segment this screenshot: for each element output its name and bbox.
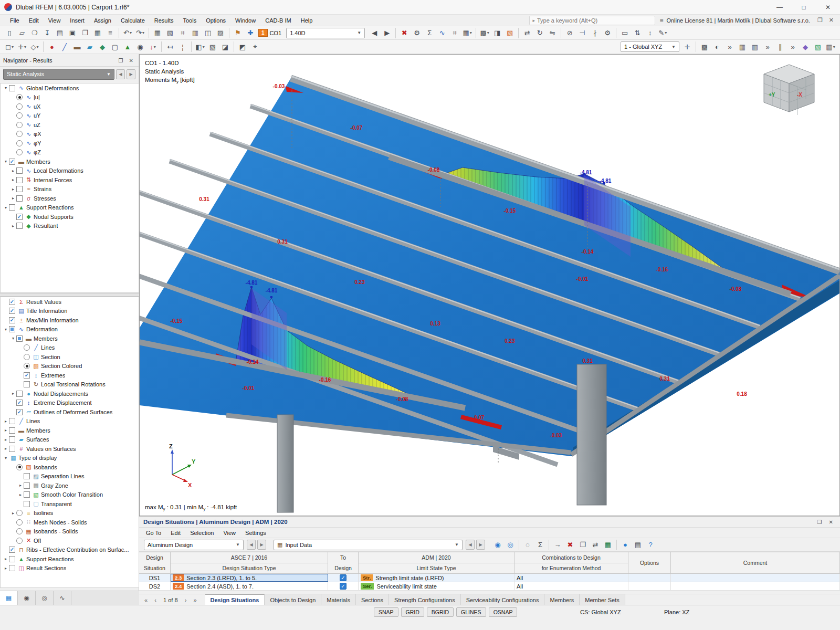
dimension-icon[interactable]: ↤ [164, 41, 176, 52]
help-icon[interactable]: ? [645, 539, 656, 551]
new-model-icon[interactable]: ▯ [4, 27, 15, 39]
menu-close-icon[interactable]: ✕ [826, 17, 837, 24]
margins-icon[interactable]: ∥ [774, 41, 786, 52]
grid-settings-icon[interactable]: ▦▾ [825, 41, 836, 52]
load-case-icon[interactable]: ⚑ [232, 27, 244, 39]
new-solid-icon[interactable]: ◆ [97, 41, 108, 52]
view-isometric-icon[interactable]: ◩ [237, 41, 248, 52]
tree-item-uz[interactable]: ∿uZ [1, 120, 139, 130]
menu-cad-b-im[interactable]: CAD-B IM [260, 16, 296, 25]
checkbox[interactable] [16, 223, 23, 229]
expander-icon[interactable]: ▾ [3, 159, 9, 164]
table-export-icon[interactable]: ▥ [190, 27, 201, 39]
checkbox[interactable] [24, 501, 30, 507]
menu-edit[interactable]: Edit [24, 16, 44, 25]
design-situation-type-cell[interactable]: 2.3Section 2.3 (LRFD), 1. to 5. [171, 574, 328, 582]
collapse-ribbon-icon[interactable]: ❐ [814, 17, 826, 24]
import-icon[interactable]: ↧ [41, 27, 53, 39]
table-columns-icon[interactable]: ◫ [202, 27, 214, 39]
checkbox[interactable] [9, 85, 15, 91]
expander-icon[interactable]: ▸ [3, 566, 9, 571]
checkbox[interactable] [9, 565, 15, 571]
tab-member-sets[interactable]: Member Sets [580, 594, 625, 605]
radio[interactable] [16, 94, 23, 100]
expander-icon[interactable]: ▸ [3, 556, 9, 561]
panel-dock-icon[interactable]: ❐ [815, 519, 825, 525]
expander-icon[interactable]: ▸ [10, 224, 16, 228]
table-input-icon[interactable]: ▦ [152, 27, 163, 39]
checkbox[interactable] [9, 436, 15, 443]
options-cell[interactable] [628, 574, 671, 582]
tree-item-x[interactable]: ∿φX [1, 130, 139, 139]
checkbox[interactable] [9, 556, 15, 562]
filter-values-icon[interactable]: Σ [534, 539, 546, 551]
tree-item-ribs-effective-contribution-on-surfac[interactable]: ✓⊓Ribs - Effective Contribution on Surfa… [1, 545, 139, 555]
insert-row-icon[interactable]: → [552, 539, 563, 551]
tree-item-result-values[interactable]: ✓ΣResult Values [1, 297, 139, 307]
tree-item-local-torsional-rotations[interactable]: ↻Local Torsional Rotations [1, 380, 139, 390]
menu-window[interactable]: Window [230, 16, 260, 25]
category-prev-button[interactable]: ◀ [466, 540, 475, 550]
display-tab[interactable]: ◉ [18, 591, 36, 605]
checkbox[interactable]: ✓ [340, 583, 346, 590]
expander-icon[interactable]: ▸ [10, 196, 16, 201]
comment-cell[interactable] [671, 574, 840, 582]
maximize-button[interactable]: □ [792, 0, 816, 15]
print-icon[interactable]: ▤ [54, 27, 66, 39]
more-margins-icon[interactable]: » [787, 41, 799, 52]
tree-item-type-of-display[interactable]: ▾▦Type of display [1, 454, 139, 463]
checkbox[interactable]: ✓ [9, 547, 15, 553]
close-panel-icon[interactable]: ✕ [127, 58, 135, 64]
new-hinge-icon[interactable]: ◉ [134, 41, 146, 52]
panel-close-icon[interactable]: ✕ [826, 519, 836, 525]
statusbar-osnap[interactable]: OSNAP [489, 607, 518, 617]
model-view-canvas[interactable]: +Y -X Z Y X [140, 55, 839, 516]
statusbar-snap[interactable]: SNAP [374, 607, 398, 617]
column-header-combinations-to-design[interactable]: Combinations to Designfor Enumeration Me… [514, 552, 628, 573]
section-icon[interactable]: ◪ [219, 41, 231, 52]
table-results-icon[interactable]: ▧ [164, 27, 176, 39]
tree-item-outlines-of-deformed-surfaces[interactable]: ✓▱Outlines of Deformed Surfaces [1, 407, 139, 417]
checkbox[interactable]: ✓ [9, 317, 15, 323]
menu-insert[interactable]: Insert [65, 16, 89, 25]
tree-item-lines[interactable]: ▸╱Lines [1, 417, 139, 426]
tree-item-deformation[interactable]: ▾∿Deformation [1, 325, 139, 334]
to-design-cell[interactable]: ✓ [328, 582, 359, 590]
trim-icon[interactable]: ⊣ [576, 27, 588, 39]
tree-item-internal-forces[interactable]: ▸⇅Internal Forces [1, 175, 139, 185]
display-numbering-icon[interactable]: ▦ [737, 41, 748, 52]
statusbar-grid[interactable]: GRID [401, 607, 424, 617]
checkbox[interactable]: ✓ [9, 159, 15, 165]
tab-materials[interactable]: Materials [321, 594, 356, 605]
delete-row-icon[interactable]: ✖ [564, 539, 576, 551]
visibility-mode-icon[interactable]: ◧▾ [194, 41, 206, 52]
dock-icon[interactable]: ❐ [117, 58, 125, 64]
tab-strength-configurations[interactable]: Strength Configurations [389, 594, 461, 605]
divide-icon[interactable]: ∤ [589, 27, 601, 39]
render-solid-icon[interactable]: ◐ [711, 41, 723, 52]
display-loads-icon[interactable]: ▥ [749, 41, 761, 52]
tree-item-z[interactable]: ∿φZ [1, 148, 139, 158]
statusbar-glines[interactable]: GLINES [456, 607, 486, 617]
tree-item-max-min-information[interactable]: ✓±Max/Min Information [1, 316, 139, 325]
view-center-icon[interactable]: ⌖ [249, 41, 261, 52]
tree-item-title-information[interactable]: ✓▤Title Information [1, 307, 139, 316]
statusbar-bgrid[interactable]: BGRID [427, 607, 454, 617]
keyword-search[interactable]: ▸ [529, 16, 655, 25]
tree-item-members[interactable]: ▸▬Members [1, 426, 139, 435]
radio[interactable] [16, 131, 23, 137]
statusbar-coordinate-system[interactable]: CS: Global XYZ [580, 609, 621, 615]
radio[interactable] [16, 464, 23, 470]
tab-serviceability-configurations[interactable]: Serviceability Configurations [461, 594, 545, 605]
checkbox[interactable]: ✓ [16, 409, 23, 415]
new-support-icon[interactable]: ▲ [122, 41, 133, 52]
column-left[interactable] [277, 415, 293, 512]
cs-manage-icon[interactable]: ✛ [681, 41, 693, 52]
table-category-select[interactable]: ▦ Input Data ▼ [274, 540, 463, 550]
new-opening-icon[interactable]: ▢ [109, 41, 121, 52]
more-render-icon[interactable]: » [724, 41, 736, 52]
expander-icon[interactable]: ▸ [3, 437, 9, 442]
coordinate-system-select[interactable]: 1 - Global XYZ ▼ [621, 41, 679, 52]
expander-icon[interactable]: ▾ [10, 336, 16, 341]
limit-state-type-cell[interactable]: Ser.Serviceability limit state [359, 582, 514, 590]
